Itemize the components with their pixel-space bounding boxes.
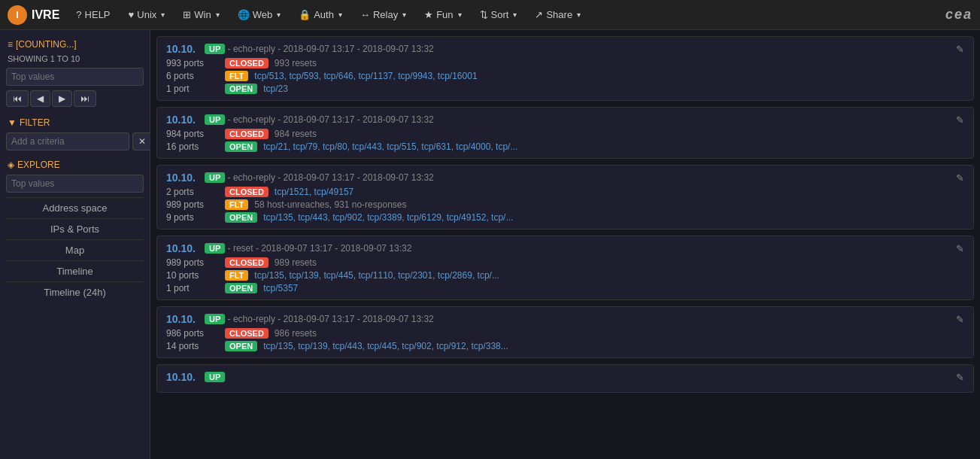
host-left: 10.10. UP - echo-reply - 2018-09-07 13:1… [166, 114, 434, 126]
explore-section: ◈ EXPLORE Address space IPs & Ports Map … [6, 157, 144, 302]
port-row: 993 ports CLOSED 993 resets [166, 58, 964, 68]
port-count: 984 ports [166, 129, 219, 139]
host-ip[interactable]: 10.10. [166, 172, 196, 184]
host-ip[interactable]: 10.10. [166, 114, 196, 126]
pagination: ⏮ ◀ ▶ ⏭ [6, 90, 144, 107]
sidebar-item-timeline[interactable]: Timeline [6, 260, 144, 281]
tcp-links[interactable]: tcp/135, tcp/443, tcp/902, tcp/3389, tcp… [263, 212, 513, 223]
flt-badge: FLT [225, 270, 248, 281]
host-card: 10.10. UP - echo-reply - 2018-09-07 13:1… [156, 165, 974, 230]
nav-web[interactable]: 🌐 Web ▾ [230, 5, 289, 25]
nav-fun[interactable]: ★ Fun ▾ [417, 5, 469, 25]
unix-caret-icon: ▾ [161, 11, 165, 19]
flt-badge: FLT [225, 71, 248, 81]
sidebar-item-timeline-24h[interactable]: Timeline (24h) [6, 281, 144, 302]
port-count: 1 port [166, 283, 219, 293]
port-row: 989 ports FLT 58 host-unreaches, 931 no-… [166, 199, 964, 210]
sidebar-item-address-space[interactable]: Address space [6, 197, 144, 218]
host-header: 10.10. UP ✎ [166, 371, 964, 383]
host-header: 10.10. UP - reset - 2018-09-07 13:17 - 2… [166, 242, 964, 254]
sidebar-item-ips-ports[interactable]: IPs & Ports [6, 218, 144, 239]
first-page-button[interactable]: ⏮ [6, 90, 29, 107]
filter-criteria-input[interactable] [6, 132, 129, 150]
host-meta: UP - echo-reply - 2018-09-07 13:17 - 201… [205, 44, 434, 54]
host-ip[interactable]: 10.10. [166, 313, 196, 325]
port-info: 986 resets [275, 328, 317, 339]
port-count: 9 ports [166, 212, 219, 223]
nav-share[interactable]: ↗ Share ▾ [527, 5, 588, 25]
host-card: 10.10. UP - echo-reply - 2018-09-07 13:1… [156, 306, 974, 358]
prev-page-button[interactable]: ◀ [30, 90, 50, 107]
host-left: 10.10. UP - echo-reply - 2018-09-07 13:1… [166, 313, 434, 325]
status-badge-up: UP [205, 314, 225, 324]
navbar-right: cea [945, 7, 972, 23]
closed-badge: CLOSED [225, 58, 269, 68]
port-row: 16 ports OPEN tcp/21, tcp/79, tcp/80, tc… [166, 141, 964, 152]
open-badge: OPEN [225, 212, 257, 223]
showing-label: SHOWING 1 TO 10 [6, 53, 144, 68]
relay-caret-icon: ▾ [402, 11, 406, 19]
web-icon: 🌐 [238, 9, 250, 20]
nav-sort[interactable]: ⇅ Sort ▾ [472, 5, 525, 25]
tcp-links[interactable]: tcp/1521, tcp/49157 [275, 187, 353, 197]
filter-section: ▼ FILTER ✕ [6, 114, 144, 150]
edit-icon[interactable]: ✎ [956, 243, 964, 254]
host-left: 10.10. UP - echo-reply - 2018-09-07 13:1… [166, 43, 434, 55]
nav-help[interactable]: ? HELP [68, 5, 117, 25]
host-left: 10.10. UP - reset - 2018-09-07 13:17 - 2… [166, 242, 411, 254]
nav-relay[interactable]: ↔ Relay ▾ [353, 5, 414, 25]
explore-icon: ◈ [8, 160, 14, 170]
edit-icon[interactable]: ✎ [956, 44, 964, 55]
closed-badge: CLOSED [225, 257, 269, 268]
app-layout: ≡ [COUNTING...] SHOWING 1 TO 10 ⏮ ◀ ▶ ⏭ … [0, 30, 980, 459]
host-header: 10.10. UP - echo-reply - 2018-09-07 13:1… [166, 43, 964, 55]
tcp-links[interactable]: tcp/135, tcp/139, tcp/443, tcp/445, tcp/… [263, 341, 508, 351]
port-count: 993 ports [166, 58, 219, 68]
nav-unix[interactable]: ♥ Unix ▾ [121, 5, 173, 25]
port-row: 2 ports CLOSED tcp/1521, tcp/49157 [166, 187, 964, 197]
host-card: 10.10. UP - echo-reply - 2018-09-07 13:1… [156, 36, 974, 101]
edit-icon[interactable]: ✎ [956, 314, 964, 325]
port-info: 993 resets [275, 58, 317, 68]
auth-icon: 🔒 [299, 9, 311, 20]
filter-clear-button[interactable]: ✕ [132, 132, 150, 150]
host-search-input[interactable] [6, 68, 144, 86]
host-meta: UP - echo-reply - 2018-09-07 13:17 - 201… [205, 314, 434, 324]
open-badge: OPEN [225, 283, 257, 293]
win-icon: ⊞ [183, 9, 191, 20]
brand[interactable]: I IVRE [8, 5, 59, 25]
nav-auth[interactable]: 🔒 Auth ▾ [291, 5, 350, 25]
edit-icon[interactable]: ✎ [956, 114, 964, 126]
relay-icon: ↔ [360, 9, 370, 20]
port-count: 10 ports [166, 270, 219, 281]
tcp-links[interactable]: tcp/135, tcp/139, tcp/445, tcp/1110, tcp… [254, 270, 499, 281]
status-badge-up: UP [205, 372, 225, 382]
edit-icon[interactable]: ✎ [956, 172, 964, 184]
host-header: 10.10. UP - echo-reply - 2018-09-07 13:1… [166, 313, 964, 325]
edit-icon[interactable]: ✎ [956, 372, 964, 383]
host-ip[interactable]: 10.10. [166, 371, 196, 383]
top-values-input[interactable] [6, 175, 144, 193]
last-page-button[interactable]: ⏭ [74, 90, 96, 107]
port-count: 1 port [166, 84, 219, 94]
tcp-links[interactable]: tcp/23 [263, 84, 288, 94]
port-count: 989 ports [166, 199, 219, 210]
help-icon: ? [76, 9, 81, 20]
status-badge-up: UP [205, 172, 225, 183]
filter-input-row: ✕ [6, 132, 144, 150]
sidebar-item-map[interactable]: Map [6, 239, 144, 260]
auth-caret-icon: ▾ [338, 11, 342, 19]
port-row: 984 ports CLOSED 984 resets [166, 129, 964, 139]
host-ip[interactable]: 10.10. [166, 43, 196, 55]
tcp-links[interactable]: tcp/21, tcp/79, tcp/80, tcp/443, tcp/515… [263, 141, 517, 152]
next-page-button[interactable]: ▶ [52, 90, 72, 107]
cea-logo: cea [945, 7, 972, 23]
tcp-links[interactable]: tcp/513, tcp/593, tcp/646, tcp/1137, tcp… [254, 71, 477, 81]
port-count: 14 ports [166, 341, 219, 351]
win-caret-icon: ▾ [216, 11, 220, 19]
host-meta: UP [205, 372, 225, 382]
host-ip[interactable]: 10.10. [166, 242, 196, 254]
closed-badge: CLOSED [225, 328, 269, 339]
tcp-links[interactable]: tcp/5357 [263, 283, 298, 293]
nav-win[interactable]: ⊞ Win ▾ [175, 5, 226, 25]
